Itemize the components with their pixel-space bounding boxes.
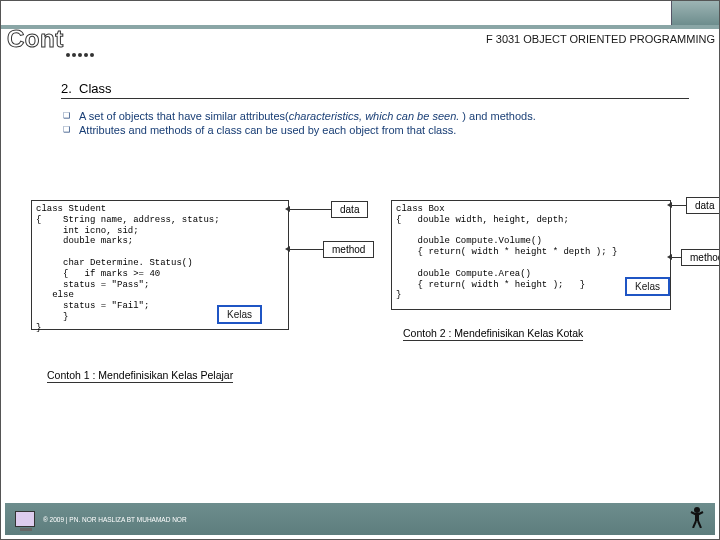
label-data-1: data [331, 201, 368, 218]
label-kelas-1: Kelas [217, 305, 262, 324]
copyright-text: ® 2009 | PN. NOR HASLIZA BT MUHAMAD NOR [43, 516, 187, 523]
arrow-method-2 [671, 257, 681, 258]
heading-cont: Cont [7, 25, 94, 53]
heading-dots [66, 53, 94, 57]
label-data-2: data [686, 197, 720, 214]
label-method-2: method [681, 249, 720, 266]
caption-1: Contoh 1 : Mendefinisikan Kelas Pelajar [47, 369, 233, 383]
arrow-data-2 [671, 205, 686, 206]
section: 2. Class A set of objects that have simi… [1, 69, 719, 136]
footer-left: ® 2009 | PN. NOR HASLIZA BT MUHAMAD NOR [15, 511, 187, 527]
label-method-1: method [323, 241, 374, 258]
footer: ® 2009 | PN. NOR HASLIZA BT MUHAMAD NOR [5, 503, 715, 535]
svg-line-5 [698, 521, 701, 528]
arrow-data-1 [289, 209, 331, 210]
monitor-icon [15, 511, 35, 527]
svg-line-4 [693, 521, 696, 528]
slide-header: Cont F 3031 OBJECT ORIENTED PROGRAMMING [1, 29, 719, 69]
diagram-area: class Student { String name, address, st… [31, 191, 691, 431]
arrow-method-1 [289, 249, 323, 250]
bullet-1: A set of objects that have similar attri… [79, 110, 689, 122]
heading-text: Cont [7, 25, 64, 53]
section-name: Class [79, 81, 112, 96]
person-icon [689, 506, 705, 532]
section-title: 2. Class [61, 81, 689, 99]
bullet-2: Attributes and methods of a class can be… [79, 124, 689, 136]
tool-strip [671, 1, 719, 25]
caption-2: Contoh 2 : Mendefinisikan Kelas Kotak [403, 327, 583, 341]
bullet-list: A set of objects that have similar attri… [61, 110, 689, 136]
svg-point-0 [694, 507, 700, 513]
section-num: 2. [61, 81, 72, 96]
course-code: F 3031 OBJECT ORIENTED PROGRAMMING [486, 31, 715, 45]
top-bar: 10 [1, 1, 719, 29]
label-kelas-2: Kelas [625, 277, 670, 296]
